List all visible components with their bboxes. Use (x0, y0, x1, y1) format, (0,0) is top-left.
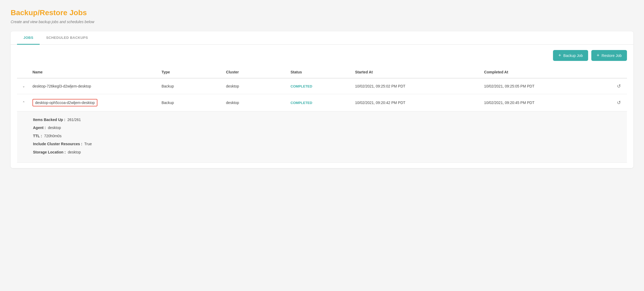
row1-type: Backup (159, 83, 224, 89)
include-cluster-line: Include Cluster Resources : True (33, 141, 606, 147)
row1-chevron[interactable]: ⌄ (17, 83, 30, 89)
restore-job-button[interactable]: + Restore Job (591, 50, 627, 61)
tab-jobs[interactable]: JOBS (17, 31, 40, 45)
ttl-line: TTL : 720h0m0s (33, 133, 606, 139)
col-header-name: Name (30, 69, 159, 75)
tab-jobs-content: + Backup Job + Restore Job Name Type Clu… (11, 45, 633, 168)
agent-value: desktop (48, 126, 61, 130)
col-header-status: Status (288, 69, 353, 75)
table-header: Name Type Cluster Status Started At Comp… (17, 66, 627, 78)
ttl-label: TTL : (33, 134, 42, 138)
row1-started-at: 10/02/2021, 09:25:02 PM PDT (353, 83, 482, 89)
row2-name-text: desktop-oph5ccoa-d2wljem-desktop (32, 99, 97, 106)
page-subtitle: Create and view backup jobs and schedule… (11, 20, 633, 24)
backup-job-label: Backup Job (563, 53, 583, 58)
storage-location-value: desktop (68, 150, 81, 154)
restore-job-plus-icon: + (597, 53, 600, 58)
table-row: ⌃ desktop-oph5ccoa-d2wljem-desktop Backu… (17, 94, 627, 111)
tabs-container: JOBS SCHEDULED BACKUPS + Backup Job + Re… (11, 31, 633, 168)
col-header-cluster: Cluster (224, 69, 288, 75)
tabs-header: JOBS SCHEDULED BACKUPS (11, 31, 633, 45)
row1-completed-at: 10/02/2021, 09:25:05 PM PDT (482, 83, 611, 89)
col-header-type: Type (159, 69, 224, 75)
table-row: ⌄ desktop-726kegl3-d2wljem-desktop Backu… (17, 78, 627, 94)
row1-cluster: desktop (224, 83, 288, 89)
include-cluster-label: Include Cluster Resources : (33, 142, 82, 146)
row1-restore-icon[interactable]: ↺ (611, 82, 627, 90)
agent-label: Agent : (33, 126, 46, 130)
page-title: Backup/Restore Jobs (11, 9, 633, 17)
backup-job-plus-icon: + (558, 53, 561, 58)
col-header-chevron (17, 69, 30, 75)
expanded-row-details: Items Backed Up : 261/261 Agent : deskto… (17, 111, 627, 163)
tab-scheduled-backups[interactable]: SCHEDULED BACKUPS (40, 31, 94, 45)
row2-type: Backup (159, 99, 224, 106)
row2-completed-at: 10/02/2021, 09:20:45 PM PDT (482, 99, 611, 106)
row2-name: desktop-oph5ccoa-d2wljem-desktop (30, 98, 159, 107)
row2-cluster: desktop (224, 99, 288, 106)
include-cluster-value: True (84, 142, 92, 146)
col-header-started-at: Started At (353, 69, 482, 75)
storage-location-label: Storage Location : (33, 150, 66, 154)
row1-status: COMPLETED (288, 83, 353, 89)
toolbar: + Backup Job + Restore Job (17, 50, 627, 61)
agent-line: Agent : desktop (33, 125, 606, 131)
items-backed-up-value: 261/261 (67, 118, 81, 122)
row1-name: desktop-726kegl3-d2wljem-desktop (30, 83, 159, 89)
col-header-action (611, 69, 627, 75)
restore-job-label: Restore Job (602, 53, 622, 58)
items-backed-up-line: Items Backed Up : 261/261 (33, 117, 606, 123)
items-backed-up-label: Items Backed Up : (33, 118, 65, 122)
row2-status: COMPLETED (288, 100, 353, 106)
row2-chevron[interactable]: ⌃ (17, 100, 30, 106)
backup-job-button[interactable]: + Backup Job (553, 50, 588, 61)
storage-location-line: Storage Location : desktop (33, 149, 606, 155)
row2-started-at: 10/02/2021, 09:20:42 PM PDT (353, 99, 482, 106)
col-header-completed-at: Completed At (482, 69, 611, 75)
ttl-value: 720h0m0s (44, 134, 61, 138)
row2-restore-icon[interactable]: ↺ (611, 99, 627, 107)
